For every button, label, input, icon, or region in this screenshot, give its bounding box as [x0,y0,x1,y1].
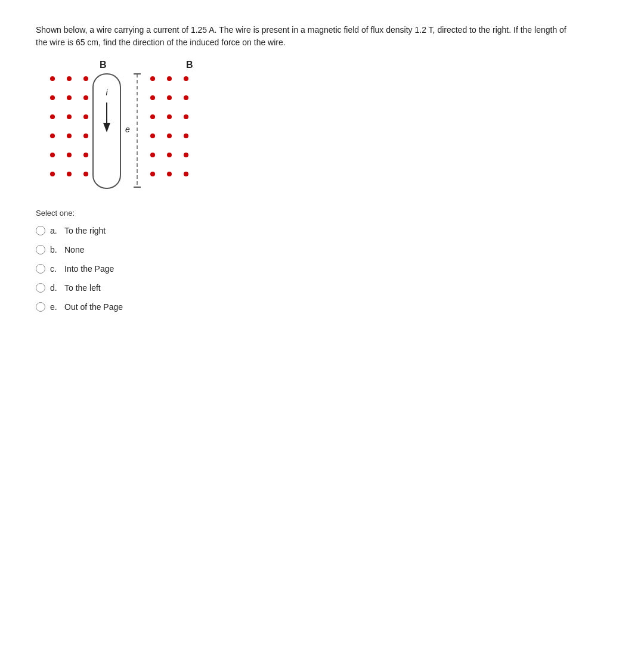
svg-point-1 [67,76,72,81]
svg-point-33 [167,114,172,119]
select-one-label: Select one: [36,209,608,218]
svg-point-4 [67,95,72,100]
option-b-letter: b. [50,246,60,254]
option-c[interactable]: c. Into the Page [36,264,608,274]
option-b[interactable]: b. None [36,245,608,254]
radio-d[interactable] [36,283,45,293]
svg-point-30 [167,95,172,100]
radio-b[interactable] [36,245,45,254]
svg-point-31 [184,95,188,100]
svg-point-43 [184,172,188,176]
radio-e[interactable] [36,302,45,312]
svg-point-15 [50,172,55,176]
question-text: Shown below, a wire carrying a current o… [36,24,572,49]
option-a-letter: a. [50,226,60,235]
svg-point-40 [184,153,188,157]
svg-point-2 [83,76,88,81]
svg-point-36 [167,133,172,138]
option-e-letter: e. [50,303,60,311]
svg-point-26 [150,76,155,81]
radio-c[interactable] [36,264,45,274]
svg-point-12 [50,153,55,157]
option-e[interactable]: e. Out of the Page [36,302,608,312]
b-label-right: B [141,60,239,70]
svg-point-0 [50,76,55,81]
radio-a[interactable] [36,226,45,235]
diagram-area: B B [36,60,239,192]
svg-point-41 [150,172,155,176]
option-b-text: None [64,246,84,254]
svg-point-9 [50,133,55,138]
svg-point-27 [167,76,172,81]
option-d[interactable]: d. To the left [36,283,608,293]
physics-diagram: i e [42,73,244,192]
svg-point-35 [150,133,155,138]
svg-point-13 [67,153,72,157]
option-a-text: To the right [64,226,106,235]
svg-point-37 [184,133,188,138]
svg-point-39 [167,153,172,157]
options-list: a. To the right b. None c. Into the Page… [36,226,608,312]
svg-point-29 [150,95,155,100]
svg-point-7 [67,114,72,119]
svg-point-5 [83,95,88,100]
option-d-text: To the left [64,284,101,292]
svg-point-32 [150,114,155,119]
option-d-letter: d. [50,284,60,292]
svg-point-6 [50,114,55,119]
svg-text:e: e [125,125,130,134]
svg-marker-21 [103,123,110,132]
svg-point-16 [67,172,72,176]
option-c-letter: c. [50,265,60,273]
b-labels: B B [36,60,239,70]
svg-point-34 [184,114,188,119]
svg-point-17 [83,172,88,176]
option-c-text: Into the Page [64,265,114,273]
svg-point-28 [184,76,188,81]
b-label-left: B [66,60,141,70]
svg-point-38 [150,153,155,157]
svg-point-10 [67,133,72,138]
svg-point-8 [83,114,88,119]
svg-text:i: i [106,88,108,97]
option-a[interactable]: a. To the right [36,226,608,235]
option-e-text: Out of the Page [64,303,123,311]
select-one-section: Select one: a. To the right b. None c. I… [36,209,608,312]
svg-point-14 [83,153,88,157]
svg-point-11 [83,133,88,138]
svg-point-42 [167,172,172,176]
svg-point-3 [50,95,55,100]
